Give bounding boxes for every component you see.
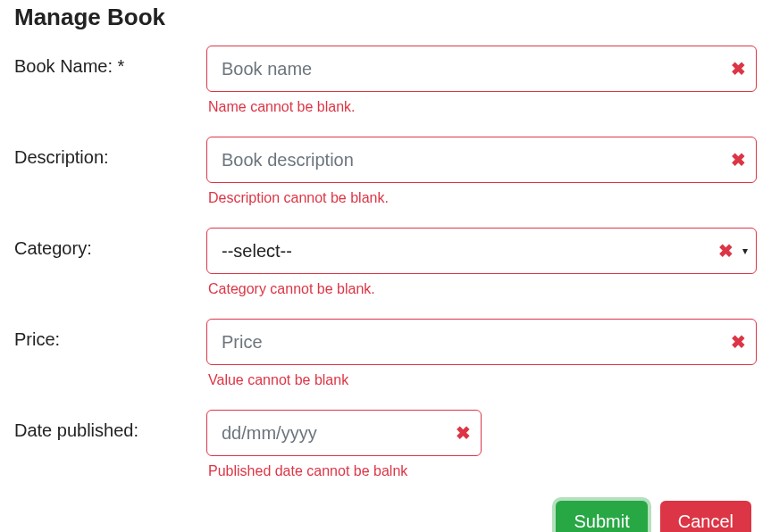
- category-select[interactable]: --select--: [206, 228, 757, 274]
- page-title: Manage Book: [14, 4, 757, 31]
- error-description: Description cannot be blank.: [208, 190, 757, 206]
- cancel-button[interactable]: Cancel: [660, 501, 751, 532]
- error-book-name: Name cannot be blank.: [208, 99, 757, 115]
- row-date: Date published: ✖ Published date cannot …: [14, 410, 757, 495]
- book-name-input[interactable]: [206, 46, 757, 92]
- row-price: Price: ✖ Value cannot be blank: [14, 319, 757, 404]
- description-input[interactable]: [206, 137, 757, 183]
- error-price: Value cannot be blank: [208, 372, 757, 388]
- button-row: Submit Cancel: [14, 501, 757, 532]
- label-date: Date published:: [14, 410, 206, 441]
- error-date: Published date cannot be balnk: [208, 463, 757, 479]
- label-price: Price:: [14, 319, 206, 350]
- label-category: Category:: [14, 228, 206, 259]
- submit-button[interactable]: Submit: [556, 501, 647, 532]
- row-description: Description: ✖ Description cannot be bla…: [14, 137, 757, 222]
- price-input[interactable]: [206, 319, 757, 365]
- label-book-name: Book Name: *: [14, 46, 206, 77]
- date-input[interactable]: [206, 410, 482, 456]
- label-description: Description:: [14, 137, 206, 168]
- error-category: Category cannot be blank.: [208, 281, 757, 297]
- row-category: Category: --select-- ✖ ▾ Category cannot…: [14, 228, 757, 313]
- row-book-name: Book Name: * ✖ Name cannot be blank.: [14, 46, 757, 131]
